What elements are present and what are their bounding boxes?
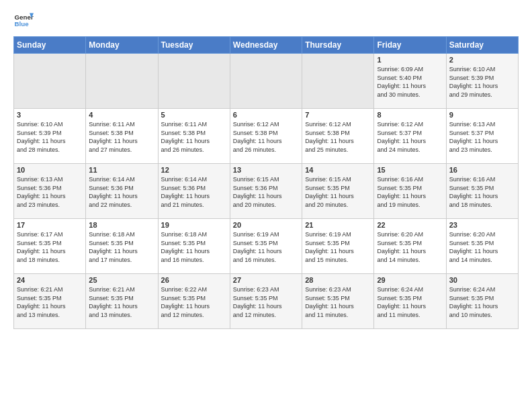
day-info: Sunrise: 6:18 AM Sunset: 5:35 PM Dayligh… <box>161 230 227 264</box>
day-number: 18 <box>89 221 154 229</box>
day-number: 7 <box>305 111 371 119</box>
calendar-cell: 7Sunrise: 6:12 AM Sunset: 5:38 PM Daylig… <box>302 109 374 164</box>
day-number: 14 <box>305 166 371 174</box>
calendar-cell <box>230 54 302 109</box>
calendar-cell: 16Sunrise: 6:16 AM Sunset: 5:35 PM Dayli… <box>446 164 518 219</box>
day-number: 24 <box>17 276 83 284</box>
calendar-cell <box>158 54 230 109</box>
day-info: Sunrise: 6:20 AM Sunset: 5:35 PM Dayligh… <box>449 230 515 264</box>
weekday-header-sunday: Sunday <box>14 37 86 54</box>
calendar-cell <box>86 54 158 109</box>
day-number: 21 <box>305 221 371 229</box>
calendar-cell <box>302 54 374 109</box>
calendar-cell: 30Sunrise: 6:24 AM Sunset: 5:35 PM Dayli… <box>446 274 518 329</box>
day-info: Sunrise: 6:24 AM Sunset: 5:35 PM Dayligh… <box>377 285 443 319</box>
calendar-cell: 11Sunrise: 6:14 AM Sunset: 5:36 PM Dayli… <box>86 164 158 219</box>
calendar-cell: 10Sunrise: 6:13 AM Sunset: 5:36 PM Dayli… <box>14 164 86 219</box>
calendar-cell: 28Sunrise: 6:23 AM Sunset: 5:35 PM Dayli… <box>302 274 374 329</box>
day-info: Sunrise: 6:11 AM Sunset: 5:38 PM Dayligh… <box>89 120 154 154</box>
day-info: Sunrise: 6:12 AM Sunset: 5:38 PM Dayligh… <box>233 120 299 154</box>
day-info: Sunrise: 6:09 AM Sunset: 5:40 PM Dayligh… <box>377 65 443 99</box>
header: General Blue <box>13 11 519 30</box>
day-info: Sunrise: 6:12 AM Sunset: 5:38 PM Dayligh… <box>305 120 371 154</box>
day-info: Sunrise: 6:22 AM Sunset: 5:35 PM Dayligh… <box>161 285 227 319</box>
day-number: 10 <box>17 166 83 174</box>
calendar-cell: 29Sunrise: 6:24 AM Sunset: 5:35 PM Dayli… <box>374 274 446 329</box>
day-number: 30 <box>449 276 515 284</box>
calendar-cell: 26Sunrise: 6:22 AM Sunset: 5:35 PM Dayli… <box>158 274 230 329</box>
day-number: 23 <box>449 221 515 229</box>
logo: General Blue <box>13 11 36 30</box>
calendar-cell: 8Sunrise: 6:12 AM Sunset: 5:37 PM Daylig… <box>374 109 446 164</box>
day-info: Sunrise: 6:24 AM Sunset: 5:35 PM Dayligh… <box>449 285 515 319</box>
calendar-cell: 6Sunrise: 6:12 AM Sunset: 5:38 PM Daylig… <box>230 109 302 164</box>
day-number: 17 <box>17 221 83 229</box>
day-number: 3 <box>17 111 83 119</box>
day-number: 9 <box>449 111 515 119</box>
day-number: 12 <box>161 166 227 174</box>
calendar-cell: 2Sunrise: 6:10 AM Sunset: 5:39 PM Daylig… <box>446 54 518 109</box>
calendar-cell: 15Sunrise: 6:16 AM Sunset: 5:35 PM Dayli… <box>374 164 446 219</box>
day-number: 11 <box>89 166 154 174</box>
day-number: 1 <box>377 56 443 64</box>
day-info: Sunrise: 6:17 AM Sunset: 5:35 PM Dayligh… <box>17 230 83 264</box>
day-number: 22 <box>377 221 443 229</box>
day-number: 25 <box>89 276 154 284</box>
day-info: Sunrise: 6:11 AM Sunset: 5:38 PM Dayligh… <box>161 120 227 154</box>
day-number: 5 <box>161 111 227 119</box>
calendar-cell: 21Sunrise: 6:19 AM Sunset: 5:35 PM Dayli… <box>302 219 374 274</box>
calendar-cell: 5Sunrise: 6:11 AM Sunset: 5:38 PM Daylig… <box>158 109 230 164</box>
day-number: 27 <box>233 276 299 284</box>
calendar: SundayMondayTuesdayWednesdayThursdayFrid… <box>13 36 519 329</box>
day-info: Sunrise: 6:19 AM Sunset: 5:35 PM Dayligh… <box>233 230 299 264</box>
day-info: Sunrise: 6:23 AM Sunset: 5:35 PM Dayligh… <box>233 285 299 319</box>
day-number: 29 <box>377 276 443 284</box>
day-info: Sunrise: 6:10 AM Sunset: 5:39 PM Dayligh… <box>449 65 515 99</box>
day-info: Sunrise: 6:19 AM Sunset: 5:35 PM Dayligh… <box>305 230 371 264</box>
calendar-cell: 17Sunrise: 6:17 AM Sunset: 5:35 PM Dayli… <box>14 219 86 274</box>
day-info: Sunrise: 6:16 AM Sunset: 5:35 PM Dayligh… <box>377 175 443 209</box>
day-info: Sunrise: 6:20 AM Sunset: 5:35 PM Dayligh… <box>377 230 443 264</box>
day-info: Sunrise: 6:13 AM Sunset: 5:36 PM Dayligh… <box>17 175 83 209</box>
day-info: Sunrise: 6:16 AM Sunset: 5:35 PM Dayligh… <box>449 175 515 209</box>
calendar-cell: 3Sunrise: 6:10 AM Sunset: 5:39 PM Daylig… <box>14 109 86 164</box>
day-number: 19 <box>161 221 227 229</box>
logo-icon: General Blue <box>13 11 34 30</box>
svg-text:Blue: Blue <box>15 20 30 28</box>
day-info: Sunrise: 6:12 AM Sunset: 5:37 PM Dayligh… <box>377 120 443 154</box>
calendar-cell: 22Sunrise: 6:20 AM Sunset: 5:35 PM Dayli… <box>374 219 446 274</box>
day-number: 26 <box>161 276 227 284</box>
day-number: 4 <box>89 111 154 119</box>
day-number: 6 <box>233 111 299 119</box>
calendar-cell: 19Sunrise: 6:18 AM Sunset: 5:35 PM Dayli… <box>158 219 230 274</box>
calendar-cell: 23Sunrise: 6:20 AM Sunset: 5:35 PM Dayli… <box>446 219 518 274</box>
day-info: Sunrise: 6:15 AM Sunset: 5:35 PM Dayligh… <box>305 175 371 209</box>
calendar-cell: 4Sunrise: 6:11 AM Sunset: 5:38 PM Daylig… <box>86 109 158 164</box>
calendar-cell: 25Sunrise: 6:21 AM Sunset: 5:35 PM Dayli… <box>86 274 158 329</box>
day-number: 13 <box>233 166 299 174</box>
calendar-cell: 24Sunrise: 6:21 AM Sunset: 5:35 PM Dayli… <box>14 274 86 329</box>
calendar-cell <box>14 54 86 109</box>
day-number: 15 <box>377 166 443 174</box>
weekday-header-saturday: Saturday <box>446 37 518 54</box>
day-number: 8 <box>377 111 443 119</box>
day-info: Sunrise: 6:13 AM Sunset: 5:37 PM Dayligh… <box>449 120 515 154</box>
day-info: Sunrise: 6:21 AM Sunset: 5:35 PM Dayligh… <box>89 285 154 319</box>
weekday-header-tuesday: Tuesday <box>158 37 230 54</box>
day-number: 20 <box>233 221 299 229</box>
day-info: Sunrise: 6:21 AM Sunset: 5:35 PM Dayligh… <box>17 285 83 319</box>
day-info: Sunrise: 6:15 AM Sunset: 5:36 PM Dayligh… <box>233 175 299 209</box>
calendar-cell: 18Sunrise: 6:18 AM Sunset: 5:35 PM Dayli… <box>86 219 158 274</box>
weekday-header-friday: Friday <box>374 37 446 54</box>
weekday-header-monday: Monday <box>86 37 158 54</box>
day-info: Sunrise: 6:23 AM Sunset: 5:35 PM Dayligh… <box>305 285 371 319</box>
calendar-cell: 20Sunrise: 6:19 AM Sunset: 5:35 PM Dayli… <box>230 219 302 274</box>
weekday-header-wednesday: Wednesday <box>230 37 302 54</box>
day-number: 16 <box>449 166 515 174</box>
day-number: 28 <box>305 276 371 284</box>
calendar-cell: 12Sunrise: 6:14 AM Sunset: 5:36 PM Dayli… <box>158 164 230 219</box>
calendar-cell: 9Sunrise: 6:13 AM Sunset: 5:37 PM Daylig… <box>446 109 518 164</box>
calendar-cell: 27Sunrise: 6:23 AM Sunset: 5:35 PM Dayli… <box>230 274 302 329</box>
day-info: Sunrise: 6:14 AM Sunset: 5:36 PM Dayligh… <box>161 175 227 209</box>
day-info: Sunrise: 6:10 AM Sunset: 5:39 PM Dayligh… <box>17 120 83 154</box>
